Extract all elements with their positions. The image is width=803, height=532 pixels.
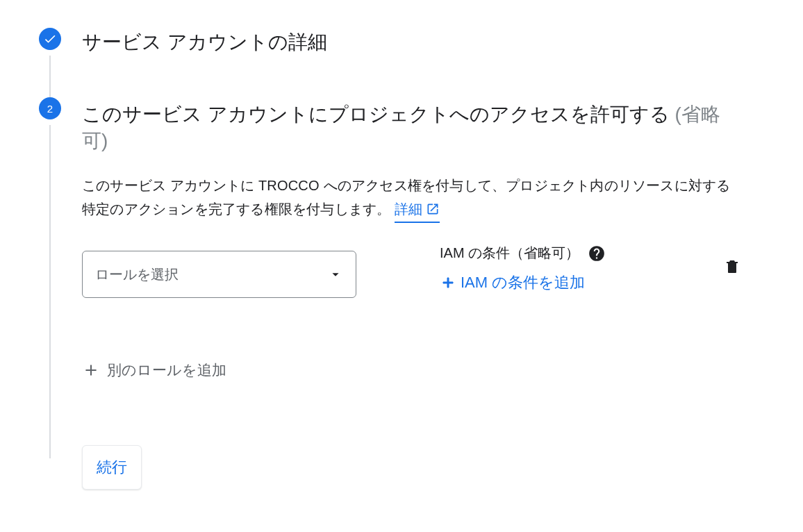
trash-icon bbox=[724, 258, 740, 275]
dropdown-arrow-icon bbox=[328, 267, 343, 282]
step2-description: このサービス アカウントに TROCCO へのアクセス権を付与して、プロジェクト… bbox=[82, 174, 742, 223]
step1-complete-icon bbox=[39, 28, 61, 50]
add-iam-condition-button[interactable]: IAM の条件を追加 bbox=[440, 272, 709, 293]
iam-condition-header-text: IAM の条件（省略可） bbox=[440, 244, 579, 263]
plus-icon bbox=[82, 361, 100, 379]
continue-button[interactable]: 続行 bbox=[82, 445, 142, 490]
details-link-text: 詳細 bbox=[395, 197, 422, 221]
role-select-placeholder: ロールを選択 bbox=[95, 265, 179, 284]
plus-icon bbox=[440, 274, 456, 291]
check-icon bbox=[43, 32, 57, 46]
step2-title: このサービス アカウントにプロジェクトへのアクセスを許可する (省略可) bbox=[82, 101, 742, 154]
iam-condition-header: IAM の条件（省略可） bbox=[440, 244, 709, 263]
step-connector bbox=[49, 56, 51, 97]
add-another-role-button[interactable]: 別のロールを追加 bbox=[82, 358, 226, 383]
details-link[interactable]: 詳細 bbox=[395, 197, 439, 223]
help-icon[interactable] bbox=[588, 244, 606, 263]
delete-role-button[interactable] bbox=[722, 256, 742, 277]
role-select-dropdown[interactable]: ロールを選択 bbox=[82, 251, 356, 298]
step1-title[interactable]: サービス アカウントの詳細 bbox=[82, 29, 742, 56]
step-connector bbox=[49, 125, 51, 458]
step2-number: 2 bbox=[47, 103, 53, 115]
add-iam-condition-label: IAM の条件を追加 bbox=[461, 272, 585, 293]
step2-indicator: 2 bbox=[39, 97, 61, 119]
open-in-new-icon bbox=[426, 202, 440, 216]
add-another-role-label: 別のロールを追加 bbox=[107, 360, 226, 380]
step2-title-main: このサービス アカウントにプロジェクトへのアクセスを許可する bbox=[82, 103, 670, 125]
